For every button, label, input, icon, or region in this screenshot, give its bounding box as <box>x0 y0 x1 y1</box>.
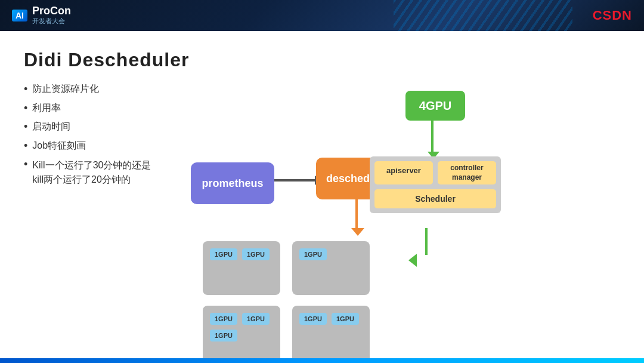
gpu-chip: 1GPU <box>210 330 237 342</box>
gpu4-box: 4GPU <box>405 91 465 121</box>
procon-text: ProCon <box>32 5 71 17</box>
gpu-chip: 1GPU <box>242 248 270 260</box>
ai-badge: AI <box>12 10 27 21</box>
node-cluster-1: 1GPU 1GPU <box>203 241 280 295</box>
bottom-stripe <box>0 358 644 363</box>
cluster-chips-2: 1GPU <box>298 247 364 262</box>
procon-subtitle: 开发者大会 <box>32 17 71 26</box>
procon-logo: ProCon 开发者大会 <box>32 5 71 26</box>
k8s-panel: apiserver controller manager Scheduler <box>370 156 501 213</box>
node-cluster-2: 1GPU <box>292 241 370 295</box>
diagram-area: 4GPU prometheus descheduler apiserver co… <box>191 91 632 351</box>
bullet-item-5: Kill一个运行了30分钟的还是kill两个运行了20分钟的 <box>24 158 155 187</box>
scheduler-box: Scheduler <box>374 189 496 208</box>
page-title: Didi Descheduler <box>24 49 620 71</box>
node-cluster-4: 1GPU 1GPU <box>292 306 370 363</box>
prometheus-box: prometheus <box>191 162 274 204</box>
arrow-prom-desc <box>274 179 316 182</box>
k8s-panel-top: apiserver controller manager <box>374 161 496 184</box>
csdn-logo: CSDN <box>593 8 632 23</box>
header-bar: AI ProCon 开发者大会 CSDN <box>0 0 644 31</box>
main-content: Didi Descheduler 防止资源碎片化 利用率 启动时间 Job特征刻… <box>0 31 644 363</box>
gpu-chip: 1GPU <box>242 313 270 325</box>
cluster-chips-4: 1GPU 1GPU <box>298 312 364 326</box>
cluster-chips-1: 1GPU 1GPU <box>209 247 274 262</box>
gpu-chip: 1GPU <box>332 313 359 325</box>
gpu-chip: 1GPU <box>210 248 237 260</box>
controller-manager-box: controller manager <box>438 161 496 184</box>
logo-area: AI ProCon 开发者大会 <box>12 5 71 26</box>
gpu-chip: 1GPU <box>299 313 327 325</box>
gpu-chip: 1GPU <box>299 248 327 260</box>
cluster-chips-3: 1GPU 1GPU 1GPU <box>209 312 274 343</box>
apiserver-box: apiserver <box>374 161 433 184</box>
gpu-chip: 1GPU <box>210 313 237 325</box>
node-cluster-3: 1GPU 1GPU 1GPU <box>203 306 280 363</box>
